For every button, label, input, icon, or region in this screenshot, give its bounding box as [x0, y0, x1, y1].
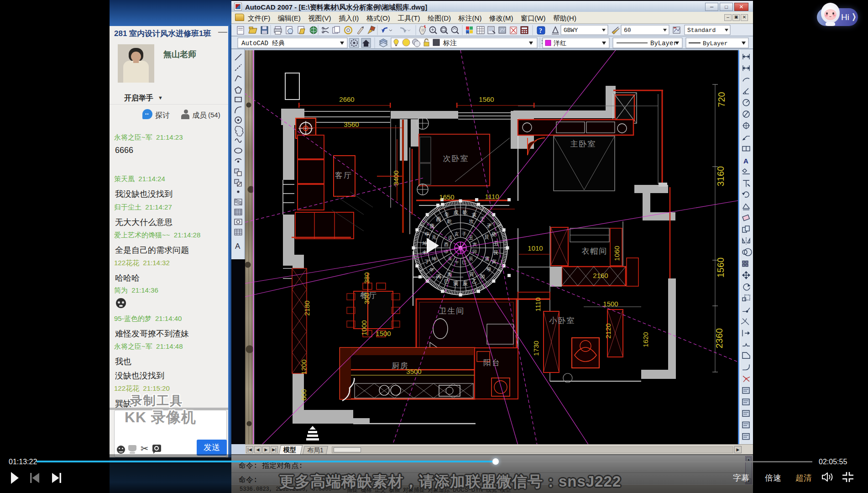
svg-text:A: A — [466, 31, 469, 35]
svg-text:巽: 巽 — [453, 281, 458, 286]
svg-text:720: 720 — [716, 92, 727, 107]
svg-text:AutoCAD 经典: AutoCAD 经典 — [241, 40, 285, 47]
svg-text:标注: 标注 — [443, 39, 457, 47]
svg-text:ByLayer: ByLayer — [703, 40, 728, 47]
svg-text:60: 60 — [624, 27, 631, 34]
svg-text:1110: 1110 — [534, 297, 542, 311]
svg-text:戌: 戌 — [448, 235, 452, 240]
svg-text:巽: 巽 — [469, 272, 474, 277]
svg-text:380: 380 — [363, 272, 371, 283]
svg-text:乙: 乙 — [472, 278, 477, 284]
svg-text:1110: 1110 — [485, 193, 499, 200]
svg-text:辛: 辛 — [444, 212, 449, 217]
svg-text:1500: 1500 — [376, 330, 391, 337]
svg-text:1560: 1560 — [716, 257, 726, 278]
svg-text:2120: 2120 — [604, 323, 612, 338]
svg-text:申: 申 — [425, 231, 430, 237]
svg-text:3500: 3500 — [406, 367, 421, 375]
svg-text:ByLayer: ByLayer — [650, 40, 677, 47]
svg-text:客厅: 客厅 — [335, 171, 352, 180]
svg-text:Standard: Standard — [687, 27, 716, 34]
svg-text:艮: 艮 — [494, 250, 499, 255]
svg-text:小卧室: 小卧室 — [549, 316, 575, 325]
svg-text:1650: 1650 — [439, 193, 454, 201]
svg-text:辰: 辰 — [469, 256, 473, 261]
svg-text:卫生间: 卫生间 — [439, 307, 465, 315]
svg-text:1000: 1000 — [360, 320, 368, 335]
svg-text:亥: 亥 — [472, 212, 477, 217]
svg-text:2660: 2660 — [339, 95, 354, 103]
svg-text:酉: 酉 — [436, 216, 441, 222]
svg-text:次卧室: 次卧室 — [443, 154, 469, 163]
svg-text:卯: 卯 — [480, 274, 485, 279]
svg-text:寅: 寅 — [472, 242, 477, 247]
svg-text:辰: 辰 — [463, 281, 468, 286]
svg-text:1500: 1500 — [603, 300, 618, 308]
svg-text:2160: 2160 — [593, 272, 608, 279]
svg-text:洋红: 洋红 — [554, 39, 566, 47]
svg-text:庚: 庚 — [429, 223, 434, 229]
svg-text:巳: 巳 — [444, 278, 449, 284]
svg-text:主卧室: 主卧室 — [570, 140, 596, 148]
svg-text:卯: 卯 — [472, 249, 477, 254]
svg-text:1010: 1010 — [528, 244, 543, 252]
svg-text:癸: 癸 — [491, 231, 496, 237]
svg-text:1200: 1200 — [300, 359, 308, 374]
svg-text:丙: 丙 — [436, 274, 441, 279]
svg-text:2360: 2360 — [714, 328, 724, 349]
svg-text:3560: 3560 — [344, 121, 359, 128]
svg-text:子: 子 — [461, 231, 466, 236]
svg-text:子: 子 — [486, 223, 492, 229]
svg-text:艮: 艮 — [485, 234, 490, 240]
svg-text:1060: 1060 — [613, 246, 621, 261]
svg-text:丁: 丁 — [425, 259, 430, 264]
svg-text:坎: 坎 — [469, 219, 474, 224]
svg-text:2180: 2180 — [303, 300, 311, 315]
svg-text:?: ? — [539, 27, 542, 34]
svg-text:酉: 酉 — [444, 242, 449, 247]
svg-text:坤: 坤 — [431, 256, 436, 262]
svg-text:A: A — [743, 157, 748, 165]
svg-text:1730: 1730 — [532, 341, 540, 356]
svg-text:甲: 甲 — [486, 267, 492, 273]
svg-text:A: A — [235, 242, 241, 251]
svg-text:1560: 1560 — [479, 95, 494, 103]
svg-text:乾: 乾 — [463, 210, 468, 215]
svg-text:3160: 3160 — [716, 166, 726, 187]
svg-text:阳台: 阳台 — [483, 358, 501, 367]
svg-text:300: 300 — [363, 293, 371, 304]
svg-text:戌: 戌 — [453, 210, 458, 215]
svg-text:600: 600 — [300, 389, 308, 400]
svg-text:乾: 乾 — [447, 219, 452, 224]
svg-text:衣帽间: 衣帽间 — [582, 247, 608, 256]
svg-text:丑: 丑 — [469, 235, 473, 240]
svg-text:3400: 3400 — [392, 170, 400, 185]
svg-text:1620: 1620 — [642, 332, 649, 347]
svg-text:GBWY: GBWY — [564, 27, 578, 34]
svg-text:午: 午 — [429, 267, 434, 273]
svg-text:亥: 亥 — [455, 231, 459, 236]
